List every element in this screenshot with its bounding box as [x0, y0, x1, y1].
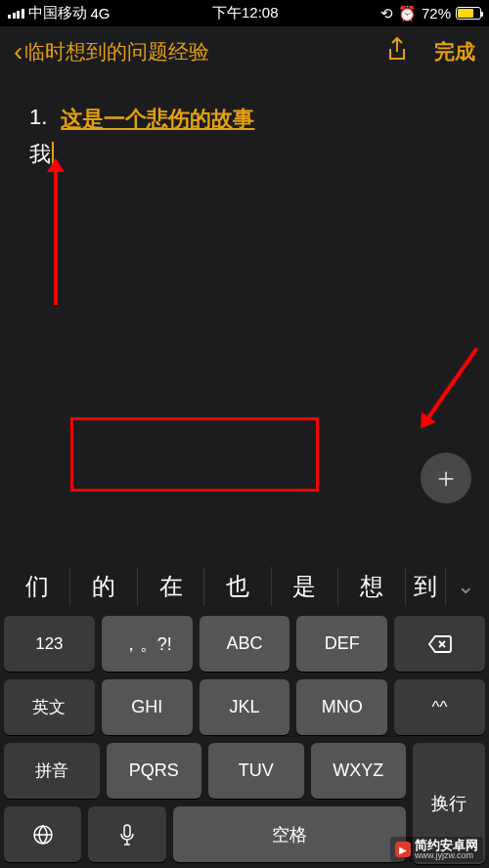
- key-english[interactable]: 英文: [4, 679, 95, 735]
- rotation-lock-icon: ⟲: [380, 5, 393, 22]
- suggestion-item[interactable]: 想: [338, 567, 405, 606]
- key-pinyin[interactable]: 拼音: [4, 743, 100, 799]
- key-tuv[interactable]: TUV: [208, 743, 304, 799]
- chevron-down-icon: ⌄: [457, 574, 474, 599]
- collapse-suggestions-button[interactable]: ⌄: [446, 574, 485, 599]
- alarm-icon: ⏰: [398, 5, 417, 22]
- suggestion-row: 们 的 在 也 是 想 到 ⌄: [0, 563, 489, 610]
- suggestion-item[interactable]: 到: [406, 567, 446, 606]
- suggestion-item[interactable]: 是: [272, 567, 338, 606]
- key-wxyz[interactable]: WXYZ: [311, 743, 407, 799]
- suggestion-item[interactable]: 也: [204, 567, 271, 606]
- status-time: 下午12:08: [212, 4, 279, 22]
- status-right: ⟲ ⏰ 72%: [380, 5, 481, 22]
- key-space[interactable]: 空格: [173, 806, 406, 862]
- svg-rect-1: [124, 825, 130, 837]
- nav-bar: ‹ 临时想到的问题经验 完成: [0, 26, 489, 77]
- key-ghi[interactable]: GHI: [102, 679, 193, 735]
- done-button[interactable]: 完成: [434, 38, 475, 65]
- list-number: 1.: [29, 105, 47, 134]
- annotation-red-box: [70, 417, 319, 492]
- share-button[interactable]: [385, 36, 409, 67]
- key-delete[interactable]: [394, 616, 485, 672]
- typed-line: 我: [29, 140, 460, 169]
- list-item: 1. 这是一个悲伤的故事: [29, 105, 460, 134]
- suggestion-item[interactable]: 的: [70, 567, 137, 606]
- key-pqrs[interactable]: PQRS: [107, 743, 202, 799]
- status-bar: 中国移动 4G 下午12:08 ⟲ ⏰ 72%: [0, 0, 489, 26]
- carrier-label: 中国移动: [28, 4, 87, 22]
- add-button[interactable]: ＋: [421, 453, 471, 503]
- watermark-url: www.jyjzw.com: [415, 851, 478, 860]
- list-text: 这是一个悲伤的故事: [61, 105, 254, 134]
- keyboard: 们 的 在 也 是 想 到 ⌄ 123 ，。?! ABC DEF 英文 GHI …: [0, 553, 489, 868]
- chevron-left-icon: ‹: [14, 36, 22, 67]
- key-globe[interactable]: [4, 806, 81, 862]
- key-def[interactable]: DEF: [296, 616, 387, 672]
- annotation-arrow-up: [54, 168, 58, 305]
- back-button[interactable]: ‹ 临时想到的问题经验: [14, 36, 209, 67]
- watermark: ▶ 简约安卓网 www.jyjzw.com: [390, 837, 483, 862]
- plus-icon: ＋: [432, 459, 460, 497]
- watermark-badge-icon: ▶: [395, 842, 411, 857]
- key-mic[interactable]: [88, 806, 165, 862]
- key-jkl[interactable]: JKL: [200, 679, 290, 735]
- status-left: 中国移动 4G: [8, 4, 111, 22]
- suggestion-item[interactable]: 们: [4, 567, 70, 606]
- delete-icon: [427, 634, 453, 654]
- network-label: 4G: [91, 5, 111, 22]
- signal-icon: [8, 9, 24, 19]
- globe-icon: [32, 824, 54, 846]
- key-numbers[interactable]: 123: [4, 616, 95, 672]
- battery-pct: 72%: [422, 5, 451, 22]
- key-caret[interactable]: ^^: [394, 679, 485, 735]
- battery-icon: [456, 7, 481, 20]
- key-abc[interactable]: ABC: [200, 616, 290, 672]
- key-mno[interactable]: MNO: [296, 679, 387, 735]
- key-punct[interactable]: ，。?!: [102, 616, 193, 672]
- back-label: 临时想到的问题经验: [24, 38, 209, 65]
- suggestion-item[interactable]: 在: [138, 567, 204, 606]
- mic-icon: [119, 824, 135, 846]
